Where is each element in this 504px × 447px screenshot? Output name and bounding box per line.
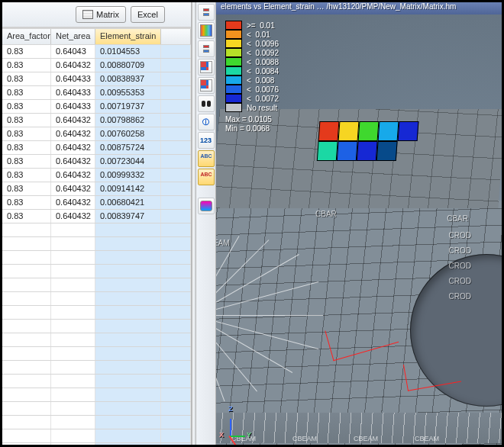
matrix-button-label: Matrix (96, 10, 119, 19)
cell-element-strain: 0.00798862 (95, 114, 161, 127)
cell-net-area: 0.640432 (51, 127, 95, 140)
cell-element-strain: 0.0104553 (95, 45, 161, 58)
contour-button-5[interactable] (198, 77, 215, 94)
info-button[interactable]: ⓘ (198, 114, 215, 130)
numbers-button[interactable]: 123 (198, 132, 215, 149)
axis-z-label: Z (228, 405, 233, 413)
cell-area-factor: 0.83 (2, 169, 51, 182)
cell-net-area: 0.640432 (51, 141, 95, 154)
cell-spare (161, 127, 191, 140)
viewport-title: elements vs Element_strain … /hw13120/PM… (216, 2, 502, 14)
contour-button-2[interactable] (198, 22, 215, 39)
palette-button[interactable] (198, 198, 215, 214)
table-row[interactable]: 0.830.6404320.00999332 (2, 169, 191, 182)
table-row-empty (2, 237, 191, 251)
table-row-empty (2, 333, 191, 347)
contour-button-3[interactable] (198, 40, 215, 57)
table-header-row: Area_factor Net_area Element_strain (2, 28, 191, 45)
axis-z (230, 419, 231, 436)
result-patch (317, 141, 338, 161)
legend-row: < 0.008 (225, 76, 340, 85)
table-row-empty (2, 361, 191, 375)
result-patch (338, 121, 360, 141)
labels-button-1[interactable]: ABC (198, 150, 215, 167)
cell-area-factor: 0.83 (2, 127, 51, 140)
cell-element-strain: 0.00955353 (95, 86, 161, 99)
legend-row: < 0.0084 (225, 66, 340, 76)
table-body[interactable]: 0.830.640430.01045530.830.6404320.008807… (2, 45, 191, 445)
col-element-strain[interactable]: Element_strain (95, 29, 161, 44)
col-area-factor[interactable]: Area_factor (2, 29, 51, 44)
cell-element-strain: 0.00680421 (95, 196, 161, 209)
cell-area-factor: 0.83 (2, 59, 51, 72)
legend-row: < 0.01 (225, 30, 340, 39)
table-row[interactable]: 0.830.6404320.00880709 (2, 59, 191, 72)
cell-net-area: 0.64043 (51, 45, 95, 58)
cell-element-strain: 0.00839747 (95, 210, 161, 223)
legend-swatch (225, 21, 242, 30)
label-crod: CROD (449, 292, 471, 301)
table-row-empty (2, 292, 191, 306)
table-row[interactable]: 0.830.6404320.00723044 (2, 155, 191, 169)
legend-text: < 0.008 (247, 76, 274, 85)
legend-swatch (225, 76, 242, 85)
cell-area-factor: 0.83 (2, 196, 51, 209)
table-row[interactable]: 0.830.6404320.00760258 (2, 127, 191, 141)
table-row-empty (2, 278, 191, 292)
legend-swatch (225, 57, 242, 66)
label-cbeam: CBEAM (216, 239, 230, 247)
cell-spare (161, 72, 191, 85)
cell-element-strain: 0.00875724 (95, 141, 161, 154)
legend-max: Max = 0.0105 (225, 115, 340, 124)
results-table[interactable]: Area_factor Net_area Element_strain 0.83… (2, 27, 191, 445)
cell-element-strain: 0.00999332 (95, 169, 161, 182)
legend-text: < 0.0088 (247, 58, 279, 66)
app-frame: Matrix Excel Area_factor Net_area Elemen… (0, 0, 504, 447)
axis-y (230, 436, 245, 437)
table-row[interactable]: 0.830.6404330.00955353 (2, 86, 191, 100)
table-row[interactable]: 0.830.6404330.00719737 (2, 100, 191, 114)
labels-button-2[interactable]: ABC (198, 169, 215, 185)
contour-button-1[interactable] (198, 4, 215, 21)
cell-element-strain: 0.00838937 (95, 72, 161, 85)
contour-legend: >= 0.01< 0.01< 0.0096< 0.0092< 0.0088< 0… (225, 21, 340, 133)
cell-net-area: 0.640432 (51, 59, 95, 72)
table-row[interactable]: 0.830.6404320.00798862 (2, 114, 191, 127)
cell-spare (161, 45, 191, 58)
table-row[interactable]: 0.830.6404320.00839747 (2, 210, 191, 224)
contour-button-4[interactable] (198, 59, 215, 76)
table-row[interactable]: 0.830.640430.0104553 (2, 45, 191, 59)
excel-button[interactable]: Excel (131, 6, 165, 23)
matrix-icon (82, 10, 93, 19)
table-row[interactable]: 0.830.6404320.00914142 (2, 182, 191, 196)
view-toolbar: ⓘ 123 ABC ABC (196, 2, 216, 445)
table-row-empty (2, 320, 191, 333)
model-viewport[interactable]: elements vs Element_strain … /hw13120/PM… (216, 2, 502, 445)
table-row[interactable]: 0.830.6404330.00838937 (2, 72, 191, 86)
legend-swatch (225, 30, 242, 39)
palette2-icon (200, 201, 212, 211)
table-row[interactable]: 0.830.6404320.00875724 (2, 141, 191, 155)
bars2-icon (201, 43, 212, 54)
legend-swatch (225, 94, 242, 103)
cell-spare (161, 59, 191, 72)
axis-triad: Z Y X (230, 413, 253, 436)
legend-row: >= 0.01 (225, 21, 340, 30)
find-button[interactable] (198, 95, 215, 112)
cell-area-factor: 0.83 (2, 182, 51, 195)
col-net-area[interactable]: Net_area (51, 29, 95, 44)
result-patch (337, 141, 358, 161)
results-panel: Matrix Excel Area_factor Net_area Elemen… (2, 2, 192, 445)
matrix-button[interactable]: Matrix (76, 6, 126, 23)
cell-element-strain: 0.00880709 (95, 59, 161, 72)
bars-icon (201, 7, 212, 18)
table-row[interactable]: 0.830.6404320.00680421 (2, 196, 191, 210)
palette-icon (200, 24, 212, 37)
legend-swatch (225, 85, 242, 94)
table-row-empty (2, 402, 191, 416)
legend-swatch (225, 66, 242, 76)
axis-x-label: X (219, 431, 224, 439)
result-patch (378, 121, 399, 141)
legend-text: < 0.0096 (247, 40, 279, 48)
cell-area-factor: 0.83 (2, 210, 51, 223)
